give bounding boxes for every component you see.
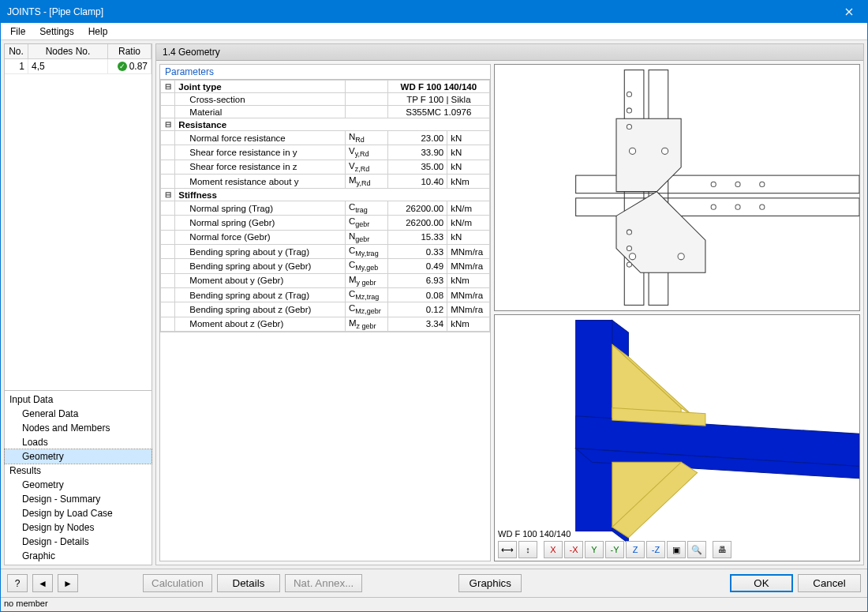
parameters-panel: Parameters ⊟Joint typeWD F 100 140/140 C… bbox=[159, 64, 491, 561]
close-button[interactable] bbox=[831, 1, 867, 23]
param-row[interactable]: Bending spring about z (Gebr)CMz,gebr0.1… bbox=[161, 302, 490, 317]
tree-results[interactable]: Results bbox=[5, 464, 152, 478]
group-joint-type: Joint type bbox=[175, 81, 346, 93]
view-iso-icon[interactable]: ▣ bbox=[667, 541, 686, 558]
tree-nodes-members[interactable]: Nodes and Members bbox=[5, 421, 152, 435]
tree-res-summary[interactable]: Design - Summary bbox=[5, 492, 152, 506]
param-unit: kN bbox=[447, 131, 490, 145]
expand-icon[interactable]: ⊟ bbox=[161, 118, 175, 131]
param-row[interactable]: Moment resistance about yMy,Rd10.40kNm bbox=[161, 174, 490, 188]
param-row[interactable]: Shear force resistance in zVz,Rd35.00kN bbox=[161, 160, 490, 174]
param-symbol: Mz gebr bbox=[345, 317, 387, 331]
main-panel: 1.4 Geometry Parameters ⊟Joint typeWD F … bbox=[155, 43, 864, 565]
cancel-button[interactable]: Cancel bbox=[798, 574, 861, 592]
param-label: Bending spring about z (Gebr) bbox=[175, 302, 346, 317]
view-neg-z-icon[interactable]: -Z bbox=[646, 541, 665, 558]
model-svg bbox=[495, 315, 859, 561]
graphics-button[interactable]: Graphics bbox=[458, 574, 522, 592]
dim-b-icon[interactable]: ↕ bbox=[518, 541, 537, 558]
param-row[interactable]: Moment about y (Gebr)My gebr6.93kNm bbox=[161, 273, 490, 287]
svg-point-6 bbox=[627, 124, 631, 129]
2d-drawing-view[interactable] bbox=[494, 64, 860, 311]
menu-file[interactable]: File bbox=[4, 24, 32, 39]
param-row[interactable]: Bending spring about y (Gebr)CMy,geb0.49… bbox=[161, 259, 490, 273]
dim-a-icon[interactable]: ⟷ bbox=[498, 541, 517, 558]
param-symbol: CMy,geb bbox=[345, 259, 387, 273]
tree-geometry[interactable]: Geometry bbox=[5, 449, 152, 464]
print-icon[interactable]: 🖶 bbox=[713, 541, 731, 558]
model-label: WD F 100 140/140 bbox=[498, 529, 571, 539]
row-cross-section: Cross-section bbox=[175, 93, 346, 106]
param-unit: kN bbox=[447, 160, 490, 174]
tree-res-geometry[interactable]: Geometry bbox=[5, 478, 152, 492]
param-unit: kNm bbox=[447, 317, 490, 331]
view-neg-x-icon[interactable]: -X bbox=[564, 541, 583, 558]
view-neg-y-icon[interactable]: -Y bbox=[605, 541, 624, 558]
param-unit: kN/m bbox=[447, 216, 490, 230]
col-no-header[interactable]: No. bbox=[5, 44, 28, 58]
menu-help[interactable]: Help bbox=[82, 24, 114, 39]
param-label: Bending spring about y (Gebr) bbox=[175, 259, 346, 273]
tree-input-data[interactable]: Input Data bbox=[5, 392, 152, 407]
svg-point-8 bbox=[627, 246, 631, 250]
next-button[interactable]: ► bbox=[58, 574, 78, 592]
view-y-icon[interactable]: Y bbox=[585, 541, 604, 558]
left-panel: No. Nodes No. Ratio 1 4,5 ✓ 0.87 Input D… bbox=[4, 43, 152, 565]
param-symbol: Ngebr bbox=[345, 230, 387, 244]
param-row[interactable]: Normal spring (Gebr)Cgebr26200.00kN/m bbox=[161, 216, 490, 230]
tree-res-nodes[interactable]: Design by Nodes bbox=[5, 520, 152, 535]
menu-settings[interactable]: Settings bbox=[33, 24, 80, 39]
tree-res-loadcase[interactable]: Design by Load Case bbox=[5, 506, 152, 520]
svg-point-14 bbox=[735, 205, 740, 209]
svg-point-15 bbox=[760, 205, 765, 209]
tree-loads[interactable]: Loads bbox=[5, 435, 152, 449]
param-value: 15.33 bbox=[387, 230, 447, 244]
zoom-icon[interactable]: 🔍 bbox=[687, 541, 706, 558]
val-cross-section: TP F 100 | Sikla bbox=[387, 93, 489, 106]
param-unit: kN/m bbox=[447, 201, 490, 216]
svg-point-7 bbox=[627, 230, 631, 235]
expand-icon[interactable]: ⊟ bbox=[161, 81, 175, 93]
param-symbol: My gebr bbox=[345, 273, 387, 287]
col-nodes-header[interactable]: Nodes No. bbox=[28, 44, 108, 58]
svg-point-10 bbox=[711, 182, 716, 186]
app-window: JOINTS - [Pipe Clamp] File Settings Help… bbox=[0, 0, 868, 612]
tree-res-graphic[interactable]: Graphic bbox=[5, 549, 152, 563]
param-label: Moment resistance about y bbox=[175, 174, 346, 188]
param-label: Shear force resistance in z bbox=[175, 160, 346, 174]
joint-row[interactable]: 1 4,5 ✓ 0.87 bbox=[5, 59, 152, 74]
3d-model-view[interactable]: WD F 100 140/140 ⟷ ↕ X -X Y -Y Z -Z ▣ bbox=[494, 314, 860, 561]
view-toolbar: ⟷ ↕ X -X Y -Y Z -Z ▣ 🔍 🖶 bbox=[498, 540, 856, 559]
expand-icon[interactable]: ⊟ bbox=[161, 189, 175, 201]
col-ratio-header[interactable]: Ratio bbox=[108, 44, 152, 58]
svg-rect-3 bbox=[576, 198, 859, 216]
param-row[interactable]: Bending spring about z (Trag)CMz,trag0.0… bbox=[161, 287, 490, 302]
param-value: 35.00 bbox=[387, 160, 447, 174]
nat-annex-button[interactable]: Nat. Annex... bbox=[285, 574, 362, 592]
tree-res-details[interactable]: Design - Details bbox=[5, 535, 152, 549]
param-unit: kNm bbox=[447, 174, 490, 188]
param-symbol: My,Rd bbox=[345, 174, 387, 188]
svg-point-16 bbox=[629, 148, 635, 154]
ok-button[interactable]: OK bbox=[730, 574, 793, 592]
param-unit: MNm/ra bbox=[447, 245, 490, 259]
param-row[interactable]: Moment about z (Gebr)Mz gebr3.34kNm bbox=[161, 317, 490, 331]
cell-no: 1 bbox=[5, 59, 28, 73]
help-button[interactable]: ? bbox=[7, 574, 28, 592]
view-x-icon[interactable]: X bbox=[544, 541, 563, 558]
param-label: Bending spring about y (Trag) bbox=[175, 245, 346, 259]
param-row[interactable]: Normal force (Gebr)Ngebr15.33kN bbox=[161, 230, 490, 244]
param-row[interactable]: Bending spring about y (Trag)CMy,trag0.3… bbox=[161, 245, 490, 259]
prev-button[interactable]: ◄ bbox=[32, 574, 53, 592]
param-row[interactable]: Normal spring (Trag)Ctrag26200.00kN/m bbox=[161, 201, 490, 216]
view-z-icon[interactable]: Z bbox=[626, 541, 645, 558]
calculation-button[interactable]: Calculation bbox=[143, 574, 212, 592]
param-row[interactable]: Normal force resistanceNRd23.00kN bbox=[161, 131, 490, 145]
row-material: Material bbox=[175, 106, 346, 118]
details-button[interactable]: Details bbox=[217, 574, 280, 592]
svg-point-17 bbox=[661, 148, 668, 154]
svg-point-11 bbox=[735, 182, 740, 186]
tree-general-data[interactable]: General Data bbox=[5, 407, 152, 421]
svg-point-13 bbox=[711, 205, 716, 209]
param-row[interactable]: Shear force resistance in yVy,Rd33.90kN bbox=[161, 145, 490, 160]
